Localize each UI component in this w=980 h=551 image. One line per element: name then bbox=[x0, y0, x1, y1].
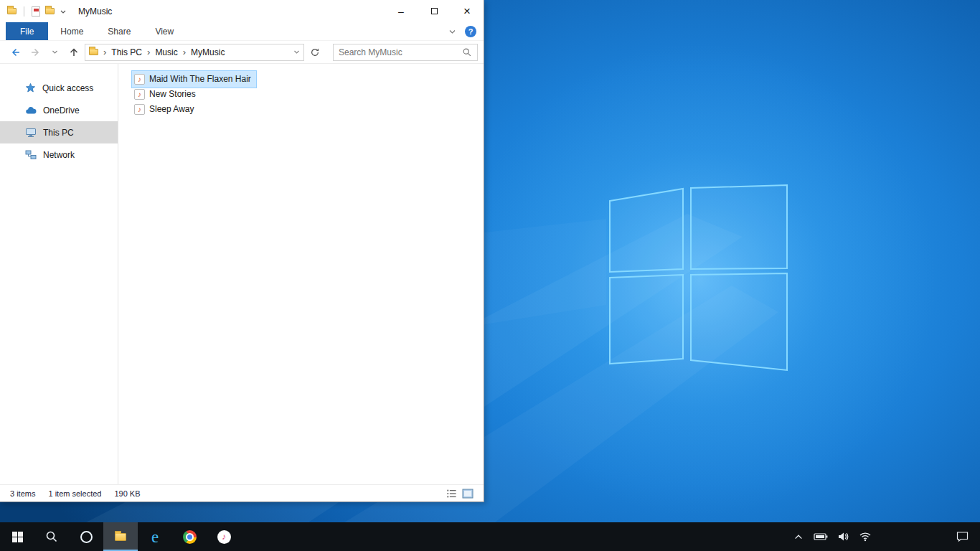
minimize-button[interactable]: – bbox=[385, 0, 418, 22]
file-row[interactable]: ♪ Sleep Away bbox=[131, 100, 200, 118]
up-button[interactable] bbox=[65, 44, 83, 61]
address-folder-icon bbox=[89, 49, 98, 55]
customize-toolbar-chevron-icon[interactable] bbox=[60, 9, 67, 14]
itunes-icon: ♪ bbox=[217, 530, 231, 544]
navigation-pane: Quick access OneDrive This PC Network bbox=[0, 64, 118, 484]
tab-view[interactable]: View bbox=[143, 22, 186, 40]
status-bar: 3 items 1 item selected 190 KB bbox=[0, 484, 484, 501]
window-controls: – × bbox=[385, 0, 484, 22]
breadcrumb-separator[interactable]: › bbox=[146, 47, 151, 57]
breadcrumb-this-pc[interactable]: This PC bbox=[111, 47, 142, 57]
details-view-button[interactable] bbox=[446, 489, 457, 499]
quick-access-toolbar bbox=[0, 6, 67, 17]
speaker-icon bbox=[837, 532, 849, 542]
chrome-icon bbox=[183, 530, 197, 544]
file-name: Sleep Away bbox=[149, 102, 194, 117]
chevron-up-icon bbox=[793, 532, 804, 541]
tray-show-hidden-icons-button[interactable] bbox=[791, 522, 806, 551]
chrome-button[interactable] bbox=[172, 522, 207, 551]
music-file-icon: ♪ bbox=[134, 74, 145, 85]
battery-status-button[interactable] bbox=[813, 522, 829, 551]
close-button[interactable]: × bbox=[451, 0, 484, 22]
expand-ribbon-chevron-icon[interactable] bbox=[448, 29, 456, 34]
computer-icon bbox=[25, 128, 37, 138]
start-button[interactable] bbox=[0, 522, 34, 551]
search-icon[interactable] bbox=[462, 47, 472, 57]
explorer-window: MyMusic – × File Home Share View ? bbox=[0, 0, 484, 502]
file-list[interactable]: ♪ Maid With The Flaxen Hair ♪ New Storie… bbox=[118, 64, 484, 484]
ribbon-tabs: File Home Share View ? bbox=[0, 22, 484, 41]
breadcrumb-separator[interactable]: › bbox=[103, 47, 107, 57]
cortana-button[interactable] bbox=[69, 522, 103, 551]
internet-explorer-button[interactable]: e bbox=[138, 522, 172, 551]
tab-home[interactable]: Home bbox=[48, 22, 95, 40]
help-icon[interactable]: ? bbox=[465, 26, 476, 37]
item-count: 3 items bbox=[10, 489, 35, 498]
new-folder-icon[interactable] bbox=[45, 8, 55, 14]
breadcrumb-separator[interactable]: › bbox=[182, 47, 187, 57]
windows-logo-icon bbox=[12, 532, 23, 542]
maximize-icon bbox=[431, 8, 438, 14]
search-box bbox=[333, 44, 478, 61]
taskbar-search-button[interactable] bbox=[34, 522, 69, 551]
internet-explorer-icon: e bbox=[151, 529, 159, 545]
large-icons-view-button[interactable] bbox=[462, 489, 473, 499]
selection-status: 1 item selected bbox=[48, 489, 101, 498]
sidebar-item-this-pc[interactable]: This PC bbox=[0, 121, 118, 143]
file-explorer-button[interactable] bbox=[103, 522, 138, 551]
music-file-icon: ♪ bbox=[134, 89, 145, 100]
sidebar-item-network[interactable]: Network bbox=[0, 143, 118, 166]
taskbar: e ♪ bbox=[0, 522, 980, 551]
titlebar[interactable]: MyMusic – × bbox=[0, 0, 484, 22]
file-explorer-icon bbox=[115, 533, 126, 541]
battery-icon bbox=[814, 531, 828, 542]
recent-locations-chevron-icon[interactable] bbox=[46, 44, 63, 61]
wifi-icon bbox=[859, 532, 872, 542]
maximize-button[interactable] bbox=[418, 0, 451, 22]
tab-share[interactable]: Share bbox=[95, 22, 143, 40]
search-input[interactable] bbox=[339, 47, 462, 57]
search-icon bbox=[45, 530, 58, 543]
breadcrumb-mymusic[interactable]: MyMusic bbox=[191, 47, 225, 57]
window-title: MyMusic bbox=[78, 6, 112, 17]
selection-size: 190 KB bbox=[114, 489, 140, 498]
file-name: New Stories bbox=[149, 87, 196, 102]
action-center-button[interactable] bbox=[954, 522, 970, 551]
breadcrumb-music[interactable]: Music bbox=[155, 47, 177, 57]
action-center-icon bbox=[956, 531, 969, 542]
sidebar-item-quick-access[interactable]: Quick access bbox=[0, 77, 118, 99]
back-button[interactable] bbox=[7, 44, 24, 61]
sidebar-item-onedrive[interactable]: OneDrive bbox=[0, 99, 118, 121]
sidebar-item-label: Quick access bbox=[42, 83, 93, 93]
star-icon bbox=[25, 83, 36, 93]
network-icon bbox=[25, 150, 37, 160]
file-name: Maid With The Flaxen Hair bbox=[149, 72, 251, 87]
sidebar-item-label: This PC bbox=[43, 128, 74, 138]
sidebar-item-label: OneDrive bbox=[43, 105, 80, 116]
volume-button[interactable] bbox=[835, 522, 851, 551]
itunes-button[interactable]: ♪ bbox=[207, 522, 241, 551]
address-dropdown-chevron-icon[interactable] bbox=[293, 50, 300, 55]
refresh-button[interactable] bbox=[306, 44, 324, 61]
navigation-bar: › This PC › Music › MyMusic bbox=[0, 41, 484, 64]
network-button[interactable] bbox=[857, 522, 873, 551]
sidebar-item-label: Network bbox=[43, 150, 75, 160]
music-file-icon: ♪ bbox=[134, 104, 145, 115]
forward-button[interactable] bbox=[27, 44, 44, 61]
system-tray bbox=[791, 522, 980, 551]
tab-file[interactable]: File bbox=[6, 22, 48, 40]
cortana-icon bbox=[80, 531, 93, 543]
cloud-icon bbox=[25, 106, 37, 115]
window-folder-icon bbox=[7, 8, 17, 14]
properties-icon[interactable] bbox=[32, 6, 40, 17]
toolbar-separator bbox=[24, 6, 24, 17]
address-bar[interactable]: › This PC › Music › MyMusic bbox=[85, 44, 304, 61]
